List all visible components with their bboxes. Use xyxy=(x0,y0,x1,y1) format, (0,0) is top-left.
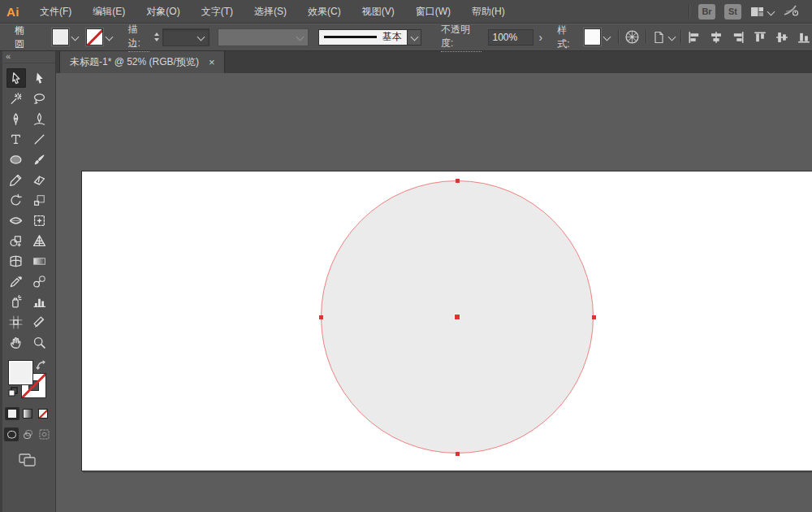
default-fill-stroke-icon[interactable] xyxy=(8,387,19,397)
document-options-button[interactable] xyxy=(652,31,675,44)
chevron-down-icon xyxy=(197,33,205,41)
ellipse-tool[interactable] xyxy=(6,150,26,169)
mesh-tool[interactable] xyxy=(6,251,26,271)
rotate-tool[interactable] xyxy=(6,190,26,210)
lasso-tool[interactable] xyxy=(30,89,50,108)
style-swatch-icon xyxy=(584,28,601,46)
stock-button[interactable]: St xyxy=(724,4,741,20)
variable-width-profile-dropdown[interactable] xyxy=(218,28,309,46)
chevron-down-icon xyxy=(410,33,418,41)
align-vertical-bottom-button[interactable] xyxy=(796,29,812,46)
perspective-grid-tool[interactable] xyxy=(30,231,50,250)
menu-file[interactable]: 文件(F) xyxy=(29,0,82,23)
canvas[interactable] xyxy=(55,73,812,512)
draw-inside-button[interactable] xyxy=(37,427,51,441)
stroke-weight-dropdown[interactable] xyxy=(162,28,209,46)
width-tool[interactable] xyxy=(6,210,26,230)
draw-behind-button[interactable] xyxy=(20,427,35,441)
illustrator-window: Ai 文件(F) 编辑(E) 对象(O) 文字(T) 选择(S) 效果(C) 视… xyxy=(0,0,812,512)
curvature-tool[interactable] xyxy=(30,109,50,128)
chevron-down-icon xyxy=(668,33,676,41)
menu-bar: Ai 文件(F) 编辑(E) 对象(O) 文字(T) 选择(S) 效果(C) 视… xyxy=(0,0,812,24)
brush-name: 基本 xyxy=(382,30,402,44)
cs-live-icon[interactable] xyxy=(783,4,799,20)
brush-definition-dropdown[interactable]: 基本 xyxy=(318,29,421,46)
fill-stroke-control xyxy=(8,360,47,399)
step-up-icon xyxy=(154,33,159,36)
ellipse-center-point[interactable] xyxy=(455,315,460,319)
pen-tool[interactable] xyxy=(6,109,26,128)
eraser-tool[interactable] xyxy=(30,170,50,189)
menu-window[interactable]: 窗口(W) xyxy=(405,0,461,23)
ellipse-anchor-point[interactable] xyxy=(456,452,460,456)
menu-select[interactable]: 选择(S) xyxy=(244,0,297,23)
tool-grid xyxy=(0,68,55,352)
paintbrush-tool[interactable] xyxy=(30,150,50,169)
divider xyxy=(680,30,681,44)
draw-normal-button[interactable] xyxy=(4,427,19,441)
menu-type[interactable]: 文字(T) xyxy=(191,0,244,23)
recolor-artwork-button[interactable] xyxy=(624,29,640,45)
change-screen-mode-button[interactable] xyxy=(0,453,55,466)
stroke-color-swatch[interactable] xyxy=(86,28,112,46)
paint-style-buttons xyxy=(0,407,55,420)
style-swatch-dropdown[interactable] xyxy=(584,28,610,46)
opacity-label[interactable]: 不透明度: xyxy=(441,23,482,52)
document-tab-title: 未标题-1* @ 52% (RGB/预览) xyxy=(70,55,199,69)
fill-swatch-icon xyxy=(52,28,69,46)
menu-view[interactable]: 视图(V) xyxy=(352,0,405,23)
menu-edit[interactable]: 编辑(E) xyxy=(82,0,136,23)
menu-help[interactable]: 帮助(H) xyxy=(461,0,516,23)
ellipse-anchor-point[interactable] xyxy=(319,315,323,319)
style-label: 样式: xyxy=(557,24,579,51)
align-vertical-top-button[interactable] xyxy=(752,29,768,46)
stroke-weight-label[interactable]: 描边: xyxy=(128,23,150,52)
document-tab[interactable]: 未标题-1* @ 52% (RGB/预览) × xyxy=(59,50,225,73)
fill-proxy[interactable] xyxy=(8,360,33,385)
menu-object[interactable]: 对象(O) xyxy=(136,0,190,23)
opacity-input[interactable] xyxy=(488,29,533,46)
align-horizontal-right-button[interactable] xyxy=(730,29,746,46)
gradient-tool[interactable] xyxy=(30,251,50,271)
eyedropper-tool[interactable] xyxy=(6,271,26,291)
ellipse-anchor-point[interactable] xyxy=(456,179,460,183)
divider xyxy=(689,5,689,19)
column-graph-tool[interactable] xyxy=(30,292,50,311)
divider xyxy=(646,30,646,44)
hand-tool[interactable] xyxy=(6,332,26,352)
chevron-down-icon xyxy=(603,33,611,41)
symbol-sprayer-tool[interactable] xyxy=(6,292,26,311)
slice-tool[interactable] xyxy=(30,312,50,332)
align-vertical-center-button[interactable] xyxy=(774,29,790,46)
fill-color-swatch[interactable] xyxy=(52,28,78,46)
free-transform-tool[interactable] xyxy=(30,210,50,230)
color-button[interactable] xyxy=(5,407,19,420)
magic-wand-tool[interactable] xyxy=(6,89,26,108)
shape-builder-tool[interactable] xyxy=(6,231,26,250)
opacity-panel-arrow[interactable]: › xyxy=(535,30,549,45)
align-horizontal-left-button[interactable] xyxy=(686,29,702,46)
document-tab-bar: 未标题-1* @ 52% (RGB/预览) × xyxy=(55,50,812,74)
tools-panel: « xyxy=(0,50,56,512)
type-tool[interactable] xyxy=(6,129,26,149)
blend-tool[interactable] xyxy=(30,271,50,291)
line-segment-tool[interactable] xyxy=(30,129,50,149)
artboard-tool[interactable] xyxy=(6,312,26,332)
scale-tool[interactable] xyxy=(30,190,50,210)
zoom-tool[interactable] xyxy=(30,332,50,352)
close-tab-icon[interactable]: × xyxy=(209,57,215,67)
menu-effect[interactable]: 效果(C) xyxy=(297,0,352,23)
direct-selection-tool[interactable] xyxy=(30,68,50,88)
collapse-panel-button[interactable]: « xyxy=(0,50,55,63)
gradient-button[interactable] xyxy=(20,407,35,420)
stroke-weight-stepper[interactable] xyxy=(154,33,159,41)
ellipse-anchor-point[interactable] xyxy=(592,315,596,319)
none-button[interactable] xyxy=(36,407,50,420)
workspace-switcher-button[interactable] xyxy=(750,6,774,18)
pencil-tool[interactable] xyxy=(6,170,26,189)
align-group xyxy=(686,29,812,46)
selection-tool[interactable] xyxy=(6,68,26,88)
align-horizontal-center-button[interactable] xyxy=(708,29,724,46)
swap-fill-stroke-icon[interactable] xyxy=(36,360,46,371)
bridge-button[interactable]: Br xyxy=(698,4,715,20)
